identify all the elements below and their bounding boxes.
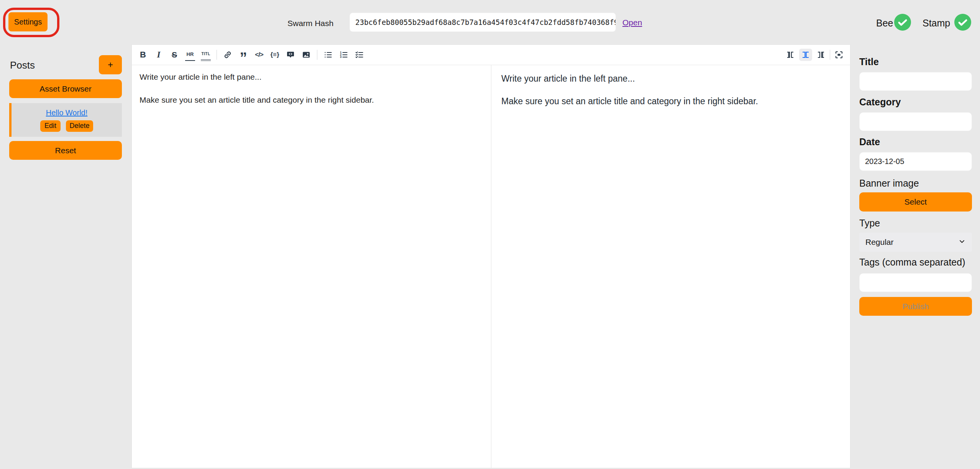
toolbar-divider bbox=[217, 50, 217, 60]
markdown-source-pane[interactable]: Write your article in the left pane... M… bbox=[132, 65, 491, 468]
toolbar-divider bbox=[317, 50, 317, 60]
open-link[interactable]: Open bbox=[622, 18, 642, 27]
unordered-list-icon[interactable] bbox=[323, 49, 333, 61]
view-mode-preview-icon[interactable] bbox=[816, 49, 826, 61]
post-actions: Edit Delete bbox=[40, 120, 93, 132]
publish-button[interactable]: Publish bbox=[859, 297, 972, 316]
stamp-check-icon bbox=[954, 14, 971, 31]
type-selected-value: Regular bbox=[865, 238, 894, 247]
bee-status-label: Bee bbox=[876, 18, 893, 29]
stamp-status-label: Stamp bbox=[923, 18, 950, 29]
date-input[interactable] bbox=[859, 152, 972, 171]
title-input[interactable] bbox=[859, 72, 972, 91]
edit-post-button[interactable]: Edit bbox=[40, 120, 61, 132]
image-icon[interactable] bbox=[301, 49, 311, 61]
strikethrough-icon[interactable]: S bbox=[169, 49, 179, 61]
swarm-hash-input[interactable]: 23bc6feb80055b29adf68a8c7b7a16a454f03c4f… bbox=[350, 13, 616, 32]
date-label: Date bbox=[859, 136, 880, 148]
preview-paragraph: Make sure you set an article title and c… bbox=[501, 96, 840, 107]
add-post-button[interactable]: + bbox=[99, 55, 122, 74]
code-block-icon[interactable]: {≡} bbox=[270, 49, 280, 61]
fullscreen-icon[interactable] bbox=[834, 49, 844, 61]
heading-icon[interactable]: TITL bbox=[201, 49, 211, 61]
inline-code-icon[interactable]: </> bbox=[254, 49, 264, 61]
chevron-down-icon bbox=[958, 238, 966, 247]
posts-section-title: Posts bbox=[10, 59, 35, 71]
bee-check-icon bbox=[894, 14, 911, 31]
link-icon[interactable] bbox=[223, 49, 233, 61]
source-line bbox=[140, 83, 483, 94]
ordered-list-icon[interactable]: 1 2 3 bbox=[339, 49, 349, 61]
quote-icon[interactable]: ” bbox=[238, 49, 248, 61]
reset-button[interactable]: Reset bbox=[9, 141, 122, 160]
editor-panes: Write your article in the left pane... M… bbox=[132, 65, 850, 468]
type-label: Type bbox=[859, 218, 880, 229]
toolbar-divider bbox=[830, 50, 830, 60]
banner-image-label: Banner image bbox=[859, 178, 919, 189]
view-mode-editor-icon[interactable] bbox=[785, 49, 795, 61]
horizontal-rule-icon[interactable]: HR bbox=[185, 49, 195, 61]
italic-icon[interactable]: I bbox=[154, 49, 164, 61]
editor-toolbar: B I S HR TITL ” </> {≡} bbox=[132, 45, 850, 65]
tags-input[interactable] bbox=[859, 273, 972, 292]
toolbar-view-controls bbox=[785, 49, 844, 61]
category-input[interactable] bbox=[859, 112, 972, 131]
delete-post-button[interactable]: Delete bbox=[66, 120, 93, 132]
bold-icon[interactable]: B bbox=[138, 49, 148, 61]
embed-icon[interactable] bbox=[286, 49, 295, 61]
view-mode-split-icon[interactable] bbox=[799, 49, 812, 61]
settings-button[interactable]: Settings bbox=[8, 12, 48, 31]
swarm-hash-label: Swarm Hash bbox=[287, 19, 333, 28]
post-title-link[interactable]: Hello World! bbox=[46, 108, 88, 117]
asset-browser-button[interactable]: Asset Browser bbox=[9, 79, 122, 98]
source-line: Write your article in the left pane... bbox=[140, 71, 483, 83]
markdown-editor: B I S HR TITL ” </> {≡} bbox=[131, 44, 850, 468]
task-list-icon[interactable] bbox=[355, 49, 364, 61]
title-label: Title bbox=[859, 56, 879, 67]
post-list-item: Hello World! Edit Delete bbox=[9, 103, 122, 137]
markdown-preview-pane: Write your article in the left pane... M… bbox=[491, 65, 850, 468]
category-label: Category bbox=[859, 97, 901, 108]
source-line: Make sure you set an article title and c… bbox=[140, 94, 483, 106]
preview-paragraph: Write your article in the left pane... bbox=[501, 74, 840, 84]
tags-label: Tags (comma separated) bbox=[859, 257, 965, 268]
type-select[interactable]: Regular bbox=[859, 233, 972, 252]
select-banner-button[interactable]: Select bbox=[859, 192, 972, 212]
svg-text:3: 3 bbox=[340, 55, 341, 59]
